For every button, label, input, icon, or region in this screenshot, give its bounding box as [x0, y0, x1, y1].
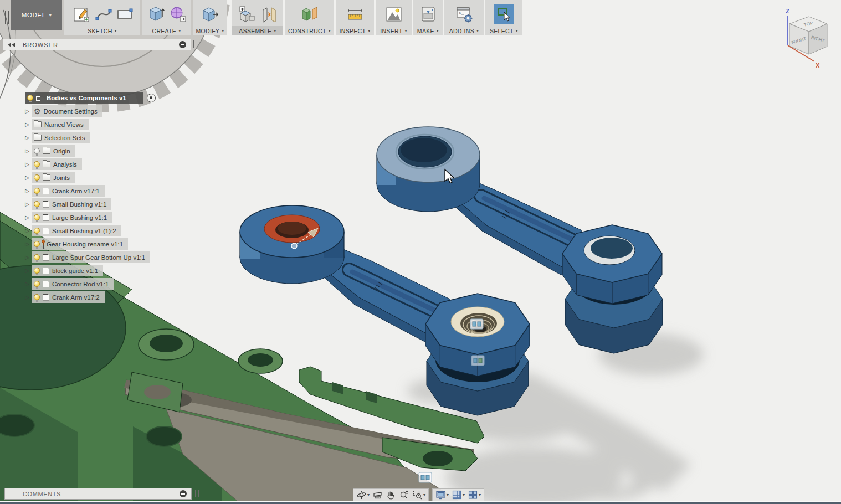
press-pull-icon[interactable]: [201, 5, 219, 24]
chevron-down-icon: ▾: [447, 492, 449, 497]
visibility-bulb-icon[interactable]: [34, 188, 40, 194]
extrude-icon[interactable]: [147, 5, 165, 24]
menu-construct[interactable]: CONSTRUCT▾: [285, 26, 334, 35]
look-at-button[interactable]: [372, 490, 383, 500]
expand-arrow-icon[interactable]: ▷: [23, 148, 32, 154]
zoom-button[interactable]: [398, 490, 410, 500]
construction-plane-icon[interactable]: [300, 5, 319, 24]
joint-icon[interactable]: [260, 5, 278, 24]
add-comment-icon[interactable]: [180, 490, 187, 497]
expand-arrow-icon[interactable]: ▷: [23, 214, 32, 220]
menu-select[interactable]: SELECT▾: [485, 26, 522, 35]
expand-arrow-icon[interactable]: ▷: [23, 174, 32, 181]
menu-addins[interactable]: ADD-INS▾: [444, 26, 484, 35]
zoom-window-button[interactable]: ▾: [412, 490, 426, 500]
expand-arrow-icon[interactable]: ▷: [23, 268, 32, 274]
tree-item-joints[interactable]: ▷ Joints: [23, 172, 75, 183]
tree-item-named-views[interactable]: ▷ Named Views: [23, 119, 89, 130]
expand-arrow-icon[interactable]: ▷: [23, 241, 32, 247]
view-cube[interactable]: TOP FRONT RIGHT Z X: [775, 6, 837, 72]
create-form-icon[interactable]: [169, 5, 187, 24]
tree-item-large-bushing[interactable]: ▷ Large Bushing v1:1: [23, 212, 112, 223]
visibility-bulb-icon[interactable]: [34, 254, 40, 260]
menu-make[interactable]: MAKE▾: [413, 26, 443, 35]
tree-item-block-guide[interactable]: ▷ block guide v1:1: [23, 265, 103, 276]
3d-print-icon[interactable]: [419, 5, 437, 24]
menu-assemble[interactable]: ASSEMBLE▾: [232, 26, 283, 35]
visibility-bulb-icon[interactable]: [34, 161, 40, 167]
tree-item-gear-housing[interactable]: ▷ Gear Housing rename v1:1: [23, 238, 128, 250]
pan-button[interactable]: [385, 490, 397, 500]
expand-arrow-icon[interactable]: ▷: [23, 121, 32, 127]
expand-arrow-icon[interactable]: ▷: [23, 201, 32, 207]
toolbar-group-assemble: ASSEMBLE▾: [232, 0, 283, 35]
tree-item-connector-rod[interactable]: ▷ Connector Rod v1:1: [23, 278, 114, 290]
visibility-bulb-icon[interactable]: [34, 268, 40, 274]
expand-arrow-icon[interactable]: ▷: [23, 281, 32, 287]
browser-header[interactable]: BROWSER: [3, 39, 191, 50]
panel-resize-handle[interactable]: [195, 490, 199, 497]
tree-item-small-bushing-1[interactable]: ▷ Small Bushing v1:1: [23, 198, 111, 210]
visibility-bulb-icon[interactable]: [34, 281, 40, 287]
visibility-bulb-icon[interactable]: [34, 201, 40, 207]
main-toolbar: MODEL ▾ SKETCH▾ CREA: [0, 0, 524, 35]
activate-component-radio[interactable]: [147, 94, 156, 102]
expand-arrow-icon[interactable]: ▷: [23, 108, 32, 114]
panel-resize-handle[interactable]: [193, 40, 197, 48]
comments-label: COMMENTS: [23, 491, 61, 497]
menu-sketch[interactable]: SKETCH▾: [64, 26, 140, 35]
expand-arrow-icon[interactable]: ▷: [23, 188, 32, 194]
visibility-bulb-icon[interactable]: [34, 174, 40, 181]
scripts-addins-icon[interactable]: >_: [455, 5, 474, 24]
chevron-down-icon: ▾: [178, 28, 181, 33]
grid-settings-button[interactable]: ▾: [451, 490, 465, 500]
tree-item-crank-arm-2[interactable]: ▷ Crank Arm v17:2: [23, 291, 105, 303]
toolbar-group-modify: MODIFY▾: [193, 0, 227, 35]
tree-item-crank-arm-1[interactable]: ▷ Crank Arm v17:1: [23, 185, 105, 197]
visibility-bulb-icon[interactable]: [34, 228, 40, 234]
visibility-bulb-icon[interactable]: [27, 95, 33, 101]
select-icon[interactable]: [494, 4, 514, 24]
chevron-down-icon: ▾: [516, 28, 518, 33]
spline-icon[interactable]: [95, 5, 112, 24]
tree-item-large-spur-gear[interactable]: ▷ Large Spur Gear Bottom Up v1:1: [23, 251, 150, 263]
workspace-selector[interactable]: MODEL ▾: [11, 0, 62, 30]
expand-arrow-icon[interactable]: ▷: [23, 228, 32, 234]
create-sketch-icon[interactable]: [72, 5, 91, 24]
expand-arrow-icon[interactable]: ▷: [23, 294, 32, 300]
tree-item-root[interactable]: Bodies vs Components v1: [25, 92, 156, 104]
visibility-bulb-icon[interactable]: [34, 148, 40, 154]
menu-insert[interactable]: INSERT▾: [376, 26, 412, 35]
rectangle-icon[interactable]: [116, 5, 133, 24]
new-component-icon[interactable]: [237, 5, 256, 24]
collapse-panel-icon[interactable]: [8, 43, 15, 47]
display-settings-button[interactable]: ▾: [435, 490, 449, 500]
expand-arrow-icon[interactable]: ▷: [23, 135, 32, 141]
joint-origin-icon: [470, 319, 483, 329]
visibility-bulb-icon[interactable]: [34, 294, 40, 300]
viewports-button[interactable]: ▾: [467, 490, 481, 500]
menu-inspect[interactable]: INSPECT▾: [336, 26, 374, 35]
component-icon: [43, 228, 49, 234]
tree-item-selection-sets[interactable]: ▷ Selection Sets: [23, 132, 90, 143]
tree-item-small-bushing-2[interactable]: ▷ Small Bushing v1 (1):2: [23, 225, 121, 236]
minimize-icon[interactable]: [179, 41, 186, 48]
tree-item-document-settings[interactable]: ▷ ⚙ Document Settings: [23, 105, 102, 117]
tree-item-origin[interactable]: ▷ Origin: [23, 145, 75, 157]
comments-bar[interactable]: COMMENTS: [4, 488, 192, 500]
gear-icon: ⚙: [34, 107, 41, 115]
visibility-bulb-icon[interactable]: [34, 241, 40, 247]
insert-image-icon[interactable]: [384, 5, 403, 24]
tree-item-analysis[interactable]: ▷ Analysis: [23, 158, 82, 170]
window-edge-dark: [0, 502, 841, 504]
visibility-bulb-icon[interactable]: [34, 214, 40, 220]
menu-create[interactable]: CREATE▾: [142, 26, 191, 35]
toolbar-group-sketch: SKETCH▾: [64, 0, 140, 35]
menu-modify[interactable]: MODIFY▾: [193, 26, 227, 35]
expand-arrow-icon[interactable]: ▷: [23, 161, 32, 167]
expand-arrow-icon[interactable]: ▷: [23, 254, 32, 260]
toolbar-drag-handle[interactable]: [5, 11, 9, 24]
measure-icon[interactable]: [346, 5, 365, 24]
toolbar-group-select: SELECT▾: [485, 0, 522, 35]
orbit-button[interactable]: ▾: [356, 490, 370, 500]
